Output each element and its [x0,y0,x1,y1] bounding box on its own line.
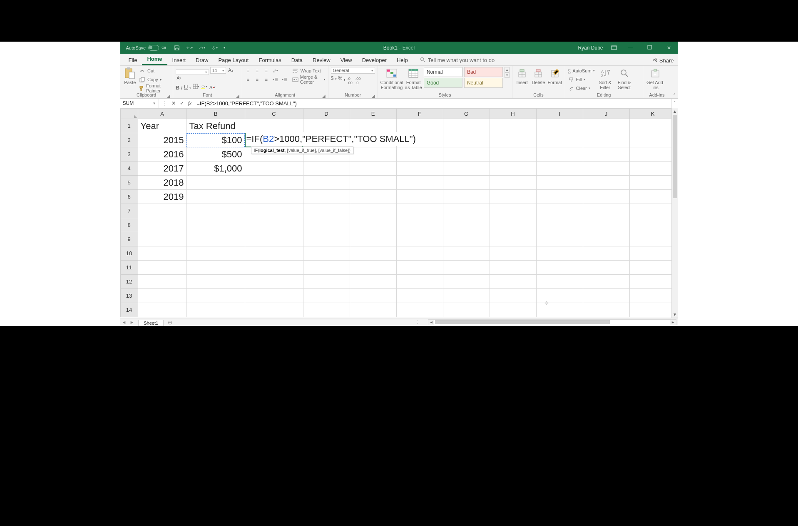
worksheet-grid[interactable]: ◣ A B C D E F G H I J K 1 Year Tax Refun… [120,108,678,318]
percent-format-icon[interactable]: % [338,75,343,81]
cell-A1[interactable]: Year [138,119,186,133]
underline-button[interactable]: U ▾ [184,84,191,90]
cut-button[interactable]: ✂Cut [139,67,170,75]
scroll-left-icon[interactable]: ◄ [428,320,434,325]
minimize-button[interactable]: — [625,45,636,51]
save-icon[interactable] [174,45,180,51]
font-color-icon[interactable]: A▾ [209,84,216,91]
tab-formulas[interactable]: Formulas [254,55,286,65]
col-header[interactable]: E [350,109,396,119]
shrink-font-icon[interactable]: A▾ [176,75,182,82]
sheet-nav-prev[interactable]: ◄ [120,320,128,325]
tab-draw[interactable]: Draw [191,55,213,65]
cell-edit-overlay[interactable]: =IF(B2>1000,"PERFECT","TOO SMALL") [246,132,417,146]
comma-format-icon[interactable]: , [344,75,345,81]
col-header[interactable]: F [396,109,443,119]
styles-gallery-spinner[interactable]: ▴▾ [505,67,510,78]
sheet-tab[interactable]: Sheet1 [138,320,164,326]
increase-decimal-icon[interactable]: .0.00 [347,77,353,84]
align-bottom-icon[interactable]: ≡ [263,67,270,74]
col-header[interactable]: I [536,109,583,119]
col-header[interactable]: B [186,109,245,119]
row-header[interactable]: 12 [120,275,138,289]
qat-customize-icon[interactable]: ▾ [224,46,225,50]
col-header[interactable]: A [138,109,186,119]
row-header[interactable]: 3 [120,147,138,162]
find-select-button[interactable]: Find & Select [616,67,633,90]
ribbon-display-icon[interactable] [611,45,617,51]
fx-icon[interactable]: fx [188,100,192,107]
conditional-formatting-button[interactable]: Conditional Formatting [380,67,403,90]
cell-B3[interactable]: $500 [186,147,245,162]
italic-button[interactable]: I [181,84,183,90]
col-header[interactable]: J [583,109,629,119]
row-header[interactable]: 13 [120,289,138,303]
format-cells-button[interactable]: Format [547,67,562,85]
col-header[interactable]: C [245,109,303,119]
copy-button[interactable]: Copy ▾ [139,76,170,83]
align-right-icon[interactable]: ≡ [263,76,270,83]
redo-icon[interactable]: ▾ [199,45,205,51]
style-neutral[interactable]: Neutral [464,78,503,88]
tab-review[interactable]: Review [308,55,336,65]
style-normal[interactable]: Normal [424,67,462,77]
align-left-icon[interactable]: ≡ [245,76,251,83]
row-header[interactable]: 5 [120,176,138,190]
insert-cells-button[interactable]: Insert [515,67,530,85]
cell-A3[interactable]: 2016 [138,147,186,162]
scroll-thumb[interactable] [673,115,677,198]
cell-A4[interactable]: 2017 [138,162,186,176]
get-addins-button[interactable]: + Get Add-ins [646,67,666,90]
autosum-button[interactable]: ∑ AutoSum ▾ [568,67,595,75]
format-as-table-button[interactable]: Format as Table [405,67,422,90]
orientation-icon[interactable]: ⤢▾ [272,67,279,74]
row-header[interactable]: 6 [120,190,138,204]
clear-button[interactable]: Clear ▾ [568,85,595,92]
wrap-text-button[interactable]: Wrap Text [292,67,326,75]
collapse-ribbon-button[interactable]: ˄ [671,66,678,98]
sheet-nav-next[interactable]: ► [128,320,136,325]
user-name[interactable]: Ryan Dube [578,45,603,51]
tab-page-layout[interactable]: Page Layout [213,55,254,65]
fill-color-icon[interactable]: ▾ [201,83,207,90]
col-header[interactable]: H [490,109,536,119]
accounting-format-icon[interactable]: $ ▾ [331,75,337,81]
row-header[interactable]: 11 [120,261,138,275]
merge-center-button[interactable]: Merge & Center ▾ [292,76,326,83]
share-button[interactable]: Share [652,57,674,65]
delete-cells-button[interactable]: Delete [531,67,546,85]
number-dialog-launcher[interactable]: ◢ [372,94,375,98]
format-painter-button[interactable]: Format Painter [139,85,170,92]
maximize-button[interactable] [644,45,656,51]
decrease-decimal-icon[interactable]: .00.0 [355,77,361,84]
scroll-down-icon[interactable]: ▼ [672,311,678,318]
tab-file[interactable]: File [124,55,142,65]
autosave-toggle[interactable]: AutoSave Off [126,45,166,51]
number-format-combo[interactable]: General▾ [331,67,375,74]
hscroll-thumb[interactable] [435,320,610,324]
name-box[interactable]: SUM▼ [120,99,159,108]
row-header[interactable]: 9 [120,232,138,246]
cell-B2[interactable]: $100 [186,133,245,147]
row-header[interactable]: 4 [120,162,138,176]
fill-button[interactable]: Fill ▾ [568,76,595,83]
expand-formula-bar[interactable]: ˅ [671,99,678,108]
sort-filter-button[interactable]: AZSort & Filter [597,67,614,90]
increase-indent-icon[interactable] [281,76,288,83]
tab-home[interactable]: Home [142,53,167,65]
row-header[interactable]: 8 [120,218,138,232]
row-header[interactable]: 14 [120,303,138,317]
tell-me-search[interactable]: Tell me what you want to do [420,57,495,65]
row-header[interactable]: 7 [120,204,138,218]
row-header[interactable]: 2 [120,133,138,147]
cell-C1[interactable] [245,119,303,133]
close-button[interactable]: ✕ [663,45,675,51]
font-dialog-launcher[interactable]: ◢ [236,94,239,98]
bold-button[interactable]: B [176,84,179,90]
touch-mode-icon[interactable]: ▾ [211,45,218,51]
clipboard-dialog-launcher[interactable]: ◢ [167,94,170,98]
border-icon[interactable]: ▾ [193,83,199,90]
tab-help[interactable]: Help [392,55,413,65]
style-bad[interactable]: Bad [464,67,503,77]
scroll-right-icon[interactable]: ► [670,320,676,325]
